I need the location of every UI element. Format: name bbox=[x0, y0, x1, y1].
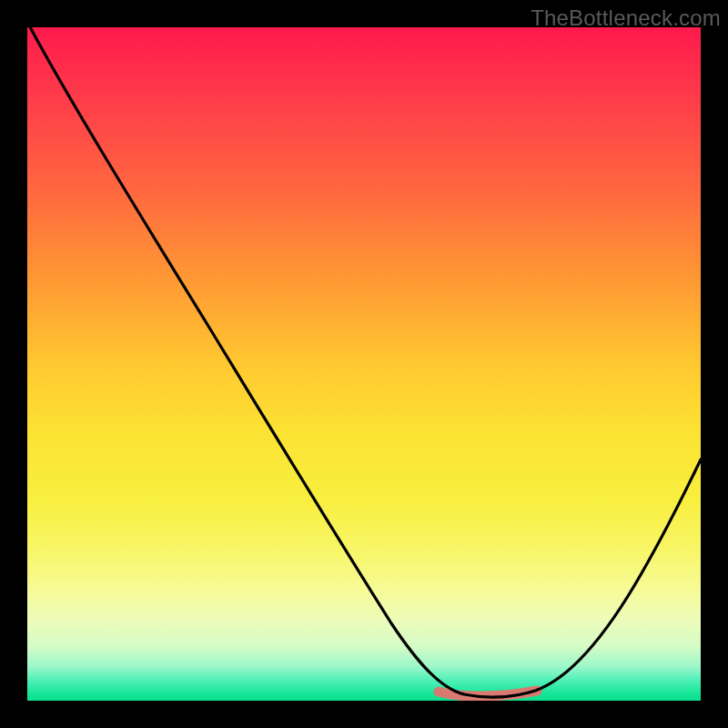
chart-frame: TheBottleneck.com bbox=[0, 0, 728, 728]
plot-area bbox=[27, 27, 701, 701]
bottleneck-curve bbox=[27, 27, 701, 697]
watermark-text: TheBottleneck.com bbox=[531, 5, 721, 31]
curve-layer bbox=[27, 27, 701, 701]
